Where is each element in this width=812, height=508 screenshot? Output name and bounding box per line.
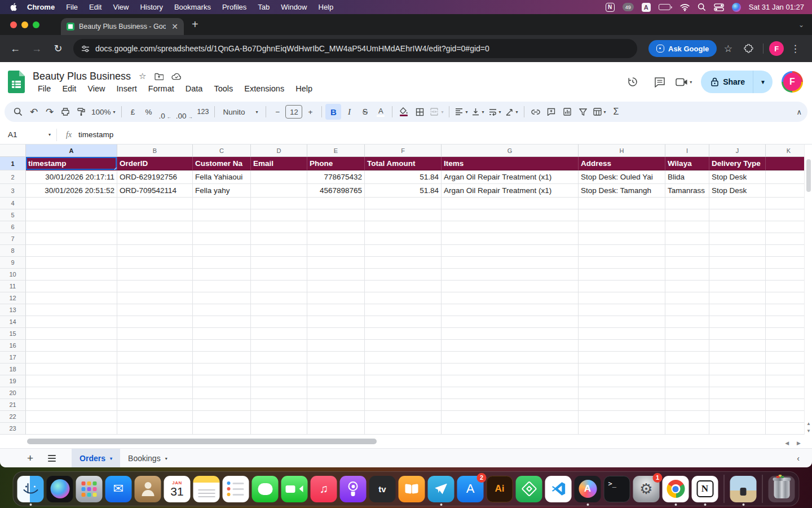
cell-C15[interactable] (193, 328, 251, 340)
row-header-19[interactable]: 19 (0, 375, 26, 387)
insert-comment-button[interactable] (544, 104, 559, 120)
cell-A4[interactable] (26, 198, 117, 209)
cell-D11[interactable] (251, 281, 307, 292)
cell-B12[interactable] (117, 292, 193, 304)
decrease-font-size-button[interactable]: − (270, 104, 285, 120)
row-header-13[interactable]: 13 (0, 304, 26, 316)
cell-E1[interactable]: Phone (307, 157, 365, 170)
cell-A2[interactable]: 30/01/2026 20:17:11 (26, 170, 117, 184)
cell-D23[interactable] (251, 423, 307, 435)
cell-G1[interactable]: Items (442, 157, 579, 170)
increase-font-size-button[interactable]: + (302, 104, 318, 120)
cell-G2[interactable]: Argan Oil Repair Treatment (x1) (442, 170, 579, 184)
menubar-item-edit[interactable]: Edit (83, 3, 107, 11)
cell-A20[interactable] (26, 387, 117, 399)
cell-F3[interactable]: 51.84 (365, 184, 442, 198)
row-header-15[interactable]: 15 (0, 328, 26, 340)
horizontal-align-button[interactable]: ▾ (453, 104, 470, 120)
cell-A1[interactable]: timestamp (26, 157, 117, 170)
row-header-8[interactable]: 8 (0, 245, 26, 257)
new-tab-button[interactable]: + (192, 18, 198, 31)
sheets-menu-help[interactable]: Help (290, 84, 317, 94)
document-title[interactable]: Beauty Plus Business (33, 71, 131, 82)
cell-D9[interactable] (251, 257, 307, 269)
cell-J21[interactable] (709, 399, 766, 411)
cell-A5[interactable] (26, 209, 117, 221)
vscode-dock-icon[interactable] (545, 476, 572, 502)
menubar-item-view[interactable]: View (107, 3, 134, 11)
forward-button[interactable]: → (27, 39, 46, 58)
cell-G8[interactable] (442, 245, 579, 257)
cell-J4[interactable] (709, 198, 766, 209)
cell-H6[interactable] (579, 221, 665, 233)
cell-C4[interactable] (193, 198, 251, 209)
music-dock-icon[interactable]: ♫ (311, 476, 337, 502)
finder-dock-icon[interactable] (17, 476, 44, 502)
extensions-icon[interactable] (739, 40, 757, 58)
font-select[interactable]: Nunito▾ (218, 104, 262, 120)
version-history-icon[interactable] (621, 71, 644, 93)
column-header-E[interactable]: E (307, 144, 365, 157)
cell-H20[interactable] (579, 387, 665, 399)
cell-F7[interactable] (365, 233, 442, 245)
column-header-H[interactable]: H (579, 144, 665, 157)
cell-E5[interactable] (307, 209, 365, 221)
cell-A15[interactable] (26, 328, 117, 340)
cell-H10[interactable] (579, 269, 665, 281)
contacts-dock-icon[interactable] (135, 476, 161, 502)
cell-A21[interactable] (26, 399, 117, 411)
share-dropdown[interactable]: ▼ (753, 79, 773, 85)
cell-F16[interactable] (365, 340, 442, 352)
name-box[interactable]: A1 ▾ (0, 130, 56, 139)
row-header-12[interactable]: 12 (0, 292, 26, 304)
row-header-11[interactable]: 11 (0, 281, 26, 292)
cell-B3[interactable]: ORD-709542114 (117, 184, 193, 198)
cell-E4[interactable] (307, 198, 365, 209)
cell-D2[interactable] (251, 170, 307, 184)
cell-I2[interactable]: Blida (665, 170, 709, 184)
cell-F15[interactable] (365, 328, 442, 340)
cell-I16[interactable] (665, 340, 709, 352)
cell-B21[interactable] (117, 399, 193, 411)
cell-C2[interactable]: Fella Yahiaoui (193, 170, 251, 184)
name-box-caret[interactable]: ▾ (48, 132, 51, 137)
cell-A13[interactable] (26, 304, 117, 316)
row-header-17[interactable]: 17 (0, 352, 26, 364)
strikethrough-button[interactable]: S (357, 104, 373, 120)
sheets-logo[interactable] (8, 71, 25, 93)
sheets-menu-data[interactable]: Data (180, 84, 208, 94)
cell-C1[interactable]: Customer Na (193, 157, 251, 170)
cell-E20[interactable] (307, 387, 365, 399)
cell-F5[interactable] (365, 209, 442, 221)
cell-A16[interactable] (26, 340, 117, 352)
cell-F9[interactable] (365, 257, 442, 269)
cell-C21[interactable] (193, 399, 251, 411)
cell-D22[interactable] (251, 411, 307, 423)
cell-C19[interactable] (193, 375, 251, 387)
cell-G6[interactable] (442, 221, 579, 233)
paint-format-icon[interactable] (73, 104, 89, 120)
column-header-F[interactable]: F (365, 144, 442, 157)
cloud-saved-icon[interactable] (171, 73, 182, 80)
cell-H22[interactable] (579, 411, 665, 423)
cell-B8[interactable] (117, 245, 193, 257)
cell-I6[interactable] (665, 221, 709, 233)
cell-I19[interactable] (665, 375, 709, 387)
bookmark-star-icon[interactable]: ☆ (719, 40, 737, 58)
back-button[interactable]: ← (6, 39, 25, 58)
calendar-dock-icon[interactable]: JAN31 (164, 476, 191, 502)
selection-fill-handle[interactable] (114, 168, 117, 170)
zoom-select[interactable]: 100%▾ (89, 104, 118, 120)
illustrator-dock-icon[interactable]: Ai (487, 476, 513, 502)
podcasts-dock-icon[interactable] (340, 476, 367, 502)
cell-J19[interactable] (709, 375, 766, 387)
books-dock-icon[interactable] (399, 476, 425, 502)
cell-C3[interactable]: Fella yahy (193, 184, 251, 198)
cell-A17[interactable] (26, 352, 117, 364)
more-formats-button[interactable]: 123 (195, 104, 211, 120)
cell-E15[interactable] (307, 328, 365, 340)
close-window-button[interactable] (10, 21, 17, 28)
column-header-C[interactable]: C (193, 144, 251, 157)
siri-dock-icon[interactable] (47, 476, 73, 502)
cell-J16[interactable] (709, 340, 766, 352)
